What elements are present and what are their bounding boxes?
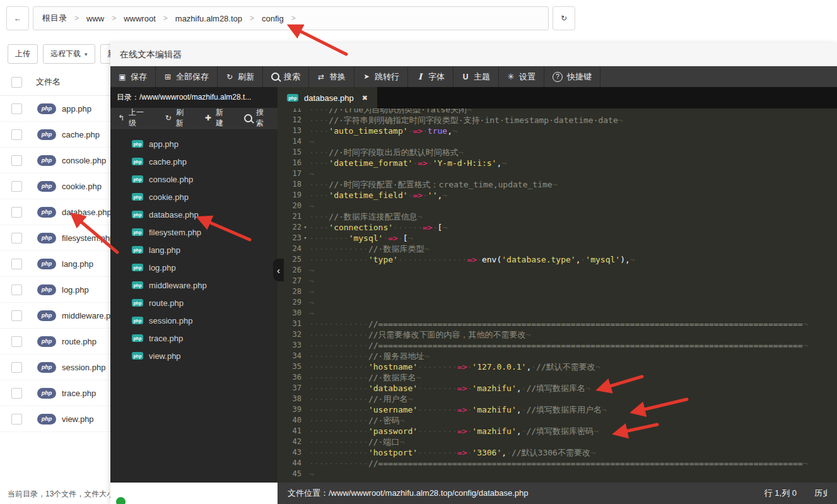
editor-toolbar-button[interactable]: 搜索 [263,66,309,87]
file-name[interactable]: cookie.php [62,182,102,191]
row-checkbox[interactable] [11,310,22,321]
row-checkbox[interactable] [11,129,22,140]
close-icon[interactable]: ✖ [362,94,368,102]
sidebar-collapse-handle[interactable]: ‹ [273,259,284,281]
tree-item[interactable]: php trace.php [110,329,278,347]
tree-item[interactable]: php filesystem.php [110,223,278,241]
fold-marker-icon[interactable] [301,437,309,447]
history-button[interactable]: 历史 [814,488,827,499]
tree-item[interactable]: php app.php [110,135,278,153]
fold-marker-icon[interactable]: ▾ [301,222,309,233]
fold-marker-icon[interactable] [301,372,309,383]
editor-toolbar-button[interactable]: I 字体 [408,66,454,87]
row-checkbox[interactable] [11,155,22,166]
select-all-checkbox[interactable] [11,77,22,88]
sidebar-tool-button[interactable]: 搜索 [237,107,278,129]
fold-marker-icon[interactable] [301,297,309,308]
fold-marker-icon[interactable] [301,447,309,458]
fold-marker-icon[interactable] [301,404,309,415]
fold-marker-icon[interactable] [301,286,309,297]
editor-toolbar-button[interactable]: ? 快捷键 [544,66,600,87]
row-checkbox[interactable] [11,103,22,114]
reload-button[interactable]: ↻ [553,6,575,30]
file-name[interactable]: cache.php [62,130,100,139]
editor-toolbar-button[interactable]: ⊞ 全部保存 [156,66,218,87]
file-name[interactable]: route.php [62,337,97,346]
tree-item[interactable]: php middleware.php [110,276,278,294]
fold-marker-icon[interactable] [301,308,309,319]
fold-marker-icon[interactable] [301,329,309,340]
editor-toolbar-button[interactable]: ↻ 刷新 [218,66,263,87]
breadcrumb-item[interactable]: 根目录 [42,13,67,24]
fold-marker-icon[interactable] [301,426,309,437]
sidebar-tool-button[interactable]: ↻ 刷新 [158,107,197,129]
fold-marker-icon[interactable] [301,179,309,190]
code-editor[interactable]: 11 ····//·true为自动识别类型·false关闭¬ 12 ····//… [278,108,837,483]
editor-toolbar-button[interactable]: ✳ 设置 [499,66,544,87]
tree-item[interactable]: php lang.php [110,241,278,259]
file-name[interactable]: console.php [62,156,106,165]
row-checkbox[interactable] [11,388,22,399]
row-checkbox[interactable] [11,284,22,295]
fold-marker-icon[interactable] [301,108,309,115]
fold-marker-icon[interactable] [301,415,309,426]
fold-marker-icon[interactable] [301,126,309,136]
breadcrumb-item[interactable]: mazhifu.alm28.top [175,14,242,23]
row-checkbox[interactable] [11,207,22,218]
tree-item[interactable]: php cookie.php [110,188,278,206]
row-checkbox[interactable] [11,362,22,373]
fold-marker-icon[interactable] [301,458,309,469]
editor-toolbar-button[interactable]: U 主题 [454,66,499,87]
fold-marker-icon[interactable] [301,136,309,147]
file-name[interactable]: filesystem.php [62,233,114,243]
row-checkbox[interactable] [11,233,22,243]
fold-marker-icon[interactable] [301,147,309,158]
tree-item[interactable]: php view.php [110,347,278,365]
file-name[interactable]: view.php [62,414,94,424]
sidebar-tool-button[interactable]: ✚ 新建 [197,107,237,129]
fold-marker-icon[interactable] [301,201,309,211]
tab-database-php[interactable]: php database.php ✖ [278,87,377,108]
fold-marker-icon[interactable] [301,394,309,404]
fold-marker-icon[interactable] [301,361,309,372]
fold-marker-icon[interactable] [301,319,309,329]
fold-marker-icon[interactable] [301,190,309,201]
fold-marker-icon[interactable] [301,383,309,394]
fold-marker-icon[interactable] [301,469,309,479]
editor-toolbar-button[interactable]: ▣ 保存 [110,66,156,87]
fold-marker-icon[interactable] [301,243,309,254]
breadcrumb[interactable]: 根目录 > www > wwwroot > mazhifu.alm28.top … [33,6,549,30]
tree-item[interactable]: php console.php [110,170,278,188]
tree-item[interactable]: php route.php [110,294,278,312]
file-name[interactable]: session.php [62,363,105,372]
sidebar-tool-button[interactable]: ↰ 上一级 [110,107,158,129]
fold-marker-icon[interactable] [301,168,309,179]
editor-toolbar-button[interactable]: ⇄ 替换 [309,66,354,87]
row-checkbox[interactable] [11,336,22,347]
file-name[interactable]: lang.php [62,259,93,269]
row-checkbox[interactable] [11,414,22,425]
breadcrumb-item[interactable]: config [262,14,284,23]
tree-item[interactable]: php database.php [110,206,278,223]
remote-download-button[interactable]: 远程下载▾ [43,44,95,64]
row-checkbox[interactable] [11,181,22,192]
fold-marker-icon[interactable] [301,158,309,168]
tree-item[interactable]: php session.php [110,312,278,329]
back-button[interactable]: ← [6,6,29,30]
fold-marker-icon[interactable] [301,276,309,286]
row-checkbox[interactable] [11,259,22,269]
file-name[interactable]: log.php [62,285,89,295]
tree-item[interactable]: php log.php [110,259,278,276]
file-name[interactable]: database.php [62,208,112,217]
upload-button[interactable]: 上传 [8,44,38,64]
fold-marker-icon[interactable] [301,351,309,361]
breadcrumb-item[interactable]: wwwroot [124,14,156,23]
fold-marker-icon[interactable] [301,115,309,126]
fold-marker-icon[interactable] [301,211,309,222]
fold-marker-icon[interactable] [301,265,309,276]
editor-toolbar-button[interactable]: ➤ 跳转行 [354,66,408,87]
breadcrumb-item[interactable]: www [86,14,104,23]
tree-item[interactable]: php cache.php [110,153,278,170]
fold-marker-icon[interactable] [301,340,309,351]
fold-marker-icon[interactable]: ▾ [301,233,309,243]
